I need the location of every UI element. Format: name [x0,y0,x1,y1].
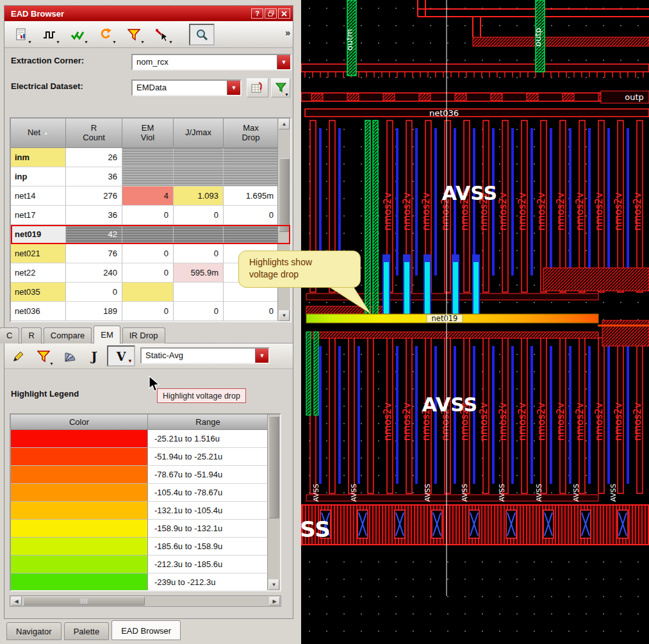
nmos2v-label: nmos2v [497,192,509,231]
layout-canvas[interactable]: outp net036 outm outp nmos2vnmos2vnmos2v… [301,0,649,644]
table-row[interactable]: net01942 [11,225,290,244]
title-bar[interactable]: EAD Browser ? [4,6,293,21]
legend-row[interactable]: -78.67u to -51.94u [11,466,280,484]
dropdown-arrow-icon[interactable]: ▼ [168,40,173,44]
column-header-2[interactable]: EM Viol [122,119,174,148]
legend-row[interactable]: -25.21u to 1.516u [11,430,280,448]
table-row[interactable]: net1736000 [11,206,290,225]
metal2-line [530,346,533,484]
zoom-button[interactable] [189,24,215,45]
dropdown-arrow-icon[interactable]: ▼ [84,40,88,44]
analysis-mode-combo[interactable]: Static-Avg ▼ [140,347,270,364]
metal2-line [434,128,437,276]
refresh-button[interactable]: ▼ [93,24,119,45]
tab-em[interactable]: EM [94,326,120,343]
avss-pin-label: AVSS [498,484,506,502]
metal2-line [319,346,322,484]
probe-waveform-button[interactable]: ▼ [37,24,62,45]
table-row[interactable]: inp36 [11,167,290,186]
dropdown-arrow-icon[interactable]: ▼ [127,358,133,364]
scroll-thumb[interactable] [279,158,290,232]
help-button[interactable]: ? [251,8,263,19]
tab-c[interactable]: C [0,327,19,343]
voltage-drop-button[interactable]: V ▼ [107,345,135,367]
assistant-tab-palette[interactable]: Palette [64,622,109,640]
legend-color-swatch [11,574,148,591]
scroll-down-button[interactable]: ▼ [279,310,290,321]
scroll-down-button[interactable]: ▼ [268,579,279,590]
r-count-cell: 240 [66,263,122,283]
legend-row[interactable]: -185.6u to -158.9u [11,538,280,556]
close-button[interactable] [278,8,290,19]
net-table-scrollbar[interactable]: ▲ ▼ [277,119,290,321]
legend-row[interactable]: -212.3u to -185.6u [11,556,280,574]
legend-row[interactable]: -132.1u to -105.4u [11,502,280,520]
em-viol-cell [122,283,174,302]
dropdown-arrow-icon[interactable]: ▼ [49,361,54,366]
legend-column-header-1[interactable]: Range [148,415,268,430]
edit-button[interactable] [7,345,29,367]
scroll-left-button[interactable]: ◀ [11,597,22,606]
refresh-icon [99,28,112,41]
scroll-up-button[interactable]: ▲ [279,119,290,129]
filter-button[interactable]: ▼ [121,24,147,45]
combo-arrow-icon[interactable]: ▼ [277,55,290,69]
scroll-thumb[interactable] [268,416,279,518]
extraction-corner-combo[interactable]: nom_rcx ▼ [131,54,292,70]
legend-row[interactable]: -158.9u to -132.1u [11,520,280,538]
probe-select-button[interactable]: ▼ [149,24,175,45]
column-header-label: EM Viol [141,124,154,143]
dataset-filter-button[interactable]: ▼ [271,78,290,97]
tab-ir-drop[interactable]: IR Drop [122,327,165,343]
table-row[interactable]: net1427641.0931.695m [11,186,290,206]
report-button[interactable]: ▼ [8,24,34,45]
dropdown-arrow-icon[interactable]: ▼ [140,40,145,44]
probe-fan-button[interactable] [58,345,81,367]
legend-column-header-0[interactable]: Color [11,415,148,430]
r-count-cell: 276 [66,186,122,206]
hscroll-thumb[interactable] [23,597,145,606]
dropdown-arrow-icon[interactable]: ▼ [56,40,60,44]
net-table: Net▲R CountEM ViolJ/JmaxMax Drop inm26in… [10,117,292,322]
dropdown-arrow-icon[interactable]: ▼ [284,92,289,97]
checks-button[interactable]: ▼ [65,24,90,45]
avss-pin-label: AVSS [609,484,618,502]
table-row[interactable]: net036189000 [11,302,290,321]
legend-color-swatch [11,520,148,538]
electrical-dataset-combo[interactable]: EMData ▼ [131,79,242,96]
legend-row[interactable]: -51.94u to -25.21u [11,448,280,466]
filter-button[interactable]: ▼ [31,345,56,367]
extraction-corner-value: nom_rcx [133,55,277,69]
dropdown-arrow-icon[interactable]: ▼ [112,40,117,44]
tab-r[interactable]: R [21,327,41,343]
toolbar-overflow-button[interactable]: » [285,28,290,38]
vector-arrow-icon: → [92,347,99,354]
tab-compare[interactable]: Compare [44,327,92,343]
table-row[interactable]: inm26 [11,148,290,167]
assistant-tab-ead-browser[interactable]: EAD Browser [111,620,181,640]
legend-scrollbar[interactable]: ▼ [267,415,280,590]
legend-row[interactable]: -239u to -212.3u [11,574,280,591]
column-header-3[interactable]: J/Jmax [174,119,224,148]
legend-hscrollbar[interactable]: ◀ ▶ [10,595,281,607]
pencil-icon [12,351,24,363]
contact-box [383,94,395,101]
column-header-1[interactable]: R Count [66,119,122,148]
assistant-tab-navigator[interactable]: Navigator [6,622,62,640]
r-count-cell: 0 [66,283,122,302]
top-power-bar [473,37,649,46]
dataset-table-button[interactable] [247,78,268,97]
jjmax-cell [174,283,224,302]
nmos2v-label: nmos2v [401,192,413,231]
scroll-right-button[interactable]: ▶ [269,597,280,606]
green-filter-icon [275,83,286,93]
legend-row[interactable]: -105.4u to -78.67u [11,484,280,502]
contact-box [527,94,538,101]
combo-arrow-icon[interactable]: ▼ [227,81,240,95]
column-header-0[interactable]: Net▲ [11,119,66,148]
combo-arrow-icon[interactable]: ▼ [255,349,268,363]
restore-button[interactable] [265,8,277,19]
dropdown-arrow-icon[interactable]: ▼ [28,40,32,44]
column-header-4[interactable]: Max Drop [224,119,279,148]
current-density-button[interactable]: J → [83,345,106,367]
